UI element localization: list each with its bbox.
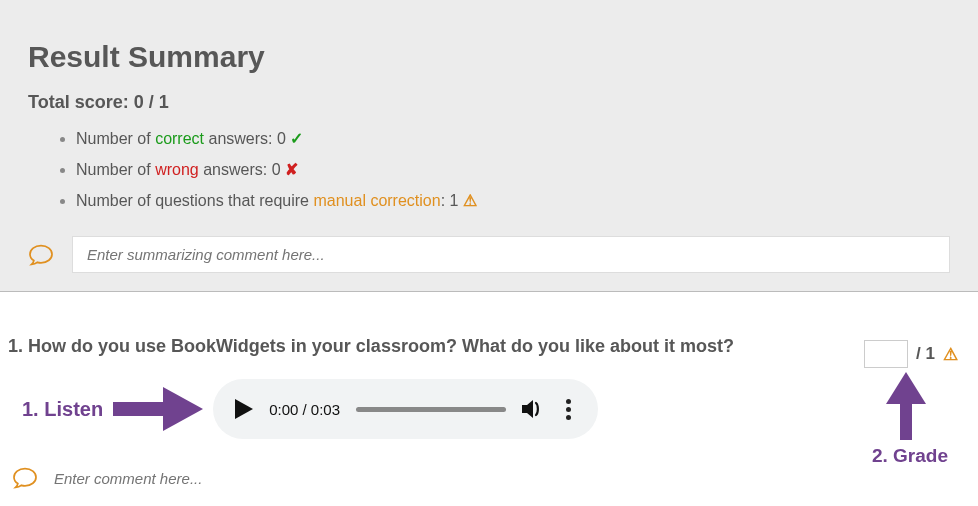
summary-comment-wrapper — [72, 236, 950, 273]
svg-marker-1 — [163, 387, 203, 431]
manual-answers-line: Number of questions that require manual … — [76, 185, 950, 216]
summary-title: Result Summary — [28, 40, 950, 74]
svg-rect-5 — [900, 400, 912, 440]
warning-icon: ⚠ — [943, 344, 958, 365]
summary-comment-input[interactable] — [85, 245, 937, 264]
wrong-answers-line: Number of wrong answers: 0 ✘ — [76, 154, 950, 185]
summary-comment-row — [28, 236, 950, 273]
play-button[interactable] — [235, 399, 253, 419]
correct-answers-line: Number of correct answers: 0 ✓ — [76, 123, 950, 154]
arrow-right-icon — [113, 387, 203, 431]
question-comment-row — [12, 467, 792, 489]
question-title: 1. How do you use BookWidgets in your cl… — [8, 336, 970, 357]
check-icon: ✓ — [290, 130, 303, 147]
grade-box: / 1 ⚠ — [864, 340, 958, 368]
arrow-up-icon — [886, 372, 926, 440]
question-comment-wrapper — [52, 469, 247, 488]
question-block: 1. How do you use BookWidgets in your cl… — [0, 336, 978, 489]
svg-rect-0 — [113, 402, 168, 416]
listen-row: 1. Listen 0:00 / 0:03 — [22, 379, 970, 439]
svg-marker-4 — [886, 372, 926, 404]
total-score-label: Total score: — [28, 92, 129, 112]
grade-step-label: 2. Grade — [872, 445, 948, 467]
svg-marker-3 — [522, 400, 533, 418]
grade-input[interactable] — [864, 340, 908, 368]
audio-player: 0:00 / 0:03 — [213, 379, 598, 439]
correct-word: correct — [155, 130, 204, 147]
warning-icon: ⚠ — [463, 192, 477, 209]
wrong-word: wrong — [155, 161, 199, 178]
svg-marker-2 — [235, 399, 253, 419]
comment-icon — [12, 467, 38, 489]
total-score: Total score: 0 / 1 — [28, 92, 950, 113]
volume-button[interactable] — [522, 399, 544, 419]
result-summary-card: Result Summary Total score: 0 / 1 Number… — [0, 0, 978, 292]
audio-more-button[interactable] — [560, 399, 576, 420]
comment-icon — [28, 244, 54, 266]
audio-time: 0:00 / 0:03 — [269, 401, 340, 418]
x-icon: ✘ — [285, 161, 298, 178]
listen-step-label: 1. Listen — [22, 398, 103, 421]
total-score-value: 0 / 1 — [134, 92, 169, 112]
manual-word: manual correction — [313, 192, 440, 209]
answer-summary-list: Number of correct answers: 0 ✓ Number of… — [28, 123, 950, 216]
audio-progress-bar[interactable] — [356, 407, 506, 412]
question-comment-input[interactable] — [52, 469, 247, 488]
grade-denominator: / 1 — [916, 344, 935, 364]
